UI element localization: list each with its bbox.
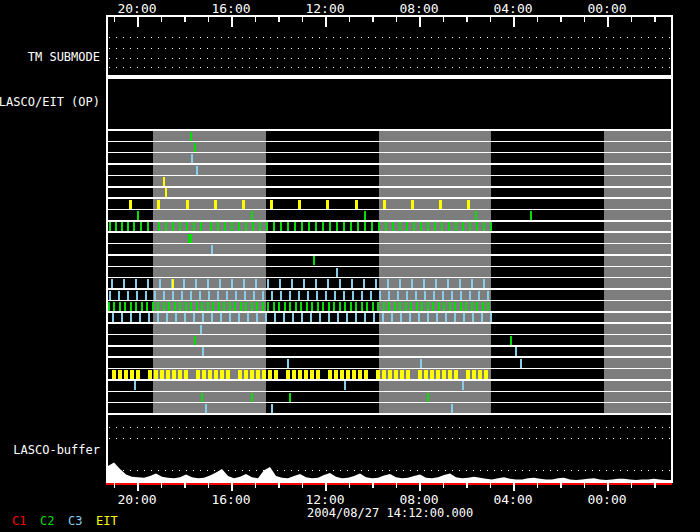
event-tick [231, 222, 233, 231]
event-tick [328, 302, 330, 311]
event-tick [256, 370, 260, 379]
event-tick [146, 302, 148, 311]
event-tick [267, 279, 269, 288]
axis-tick [537, 483, 539, 488]
event-tick [136, 370, 140, 379]
event-tick [352, 370, 356, 379]
event-tick [190, 132, 192, 141]
event-tick [490, 313, 492, 322]
axis-tick [137, 15, 139, 27]
event-tick [130, 370, 134, 379]
row-separator [107, 175, 671, 177]
axis-tick [560, 483, 562, 488]
event-tick [224, 222, 226, 231]
event-tick [340, 370, 344, 379]
event-tick [315, 279, 317, 288]
event-tick [447, 279, 449, 288]
event-tick [351, 279, 353, 288]
event-tick [124, 370, 128, 379]
row-separator [107, 345, 671, 347]
event-tick [406, 222, 408, 231]
event-tick [336, 268, 338, 277]
axis-tick [607, 15, 609, 27]
event-tick [273, 222, 275, 231]
event-tick [454, 313, 456, 322]
event-tick [379, 291, 381, 300]
event-tick [466, 370, 470, 379]
axis-tick [208, 15, 210, 22]
event-tick [334, 370, 338, 379]
event-tick [283, 313, 285, 322]
event-tick [148, 313, 150, 322]
event-tick [286, 370, 290, 379]
event-tick [172, 370, 176, 379]
event-tick [460, 291, 462, 300]
event-tick [328, 370, 332, 379]
event-tick [313, 256, 315, 265]
event-tick [451, 404, 453, 413]
event-tick [184, 370, 188, 379]
event-tick [279, 279, 281, 288]
event-tick [200, 325, 202, 334]
time-label-bottom: 08:00 [394, 492, 444, 507]
row-separator [107, 129, 671, 131]
event-tick [179, 302, 181, 311]
event-tick [455, 222, 457, 231]
legend-item-c1: C1 [12, 514, 26, 528]
event-tick [478, 370, 482, 379]
event-tick [262, 370, 266, 379]
event-tick [118, 370, 122, 379]
event-tick [442, 291, 444, 300]
row-separator [107, 391, 671, 393]
event-tick [139, 313, 141, 322]
axis-tick [325, 483, 327, 491]
event-tick [399, 302, 401, 311]
event-tick [226, 291, 228, 300]
axis-tick [184, 15, 186, 22]
event-tick [304, 370, 308, 379]
row-separator [107, 254, 671, 256]
event-tick [448, 222, 450, 231]
event-tick [259, 222, 261, 231]
event-tick [515, 347, 517, 356]
event-tick [424, 370, 428, 379]
event-tick [434, 222, 436, 231]
event-tick [325, 291, 327, 300]
row-separator [107, 356, 671, 358]
event-tick [406, 291, 408, 300]
axis-tick [325, 15, 327, 27]
event-tick [166, 370, 170, 379]
row-separator [107, 197, 671, 199]
event-tick [243, 279, 245, 288]
event-tick [118, 291, 120, 300]
event-tick [392, 222, 394, 231]
event-tick [520, 359, 522, 368]
event-tick [135, 279, 137, 288]
event-tick [397, 291, 399, 300]
event-tick [292, 370, 296, 379]
event-tick [201, 302, 203, 311]
event-tick [141, 302, 143, 311]
event-tick [250, 370, 254, 379]
event-tick [343, 291, 345, 300]
event-tick [459, 279, 461, 288]
row-separator [107, 311, 671, 313]
event-tick [253, 291, 255, 300]
axis-tick [349, 15, 351, 22]
event-tick [212, 302, 214, 311]
event-tick [121, 313, 123, 322]
event-tick [420, 359, 422, 368]
axis-tick [255, 483, 257, 488]
axis-tick [537, 15, 539, 22]
time-label-bottom: 12:00 [300, 492, 350, 507]
event-tick [411, 279, 413, 288]
event-tick [266, 222, 268, 231]
event-tick [111, 279, 113, 288]
event-tick [376, 370, 380, 379]
axis-tick [302, 15, 304, 22]
event-tick [251, 302, 253, 311]
event-tick [219, 279, 221, 288]
buffer-histogram-area [108, 463, 671, 481]
time-label-bottom: 00:00 [582, 492, 632, 507]
event-tick [135, 302, 137, 311]
